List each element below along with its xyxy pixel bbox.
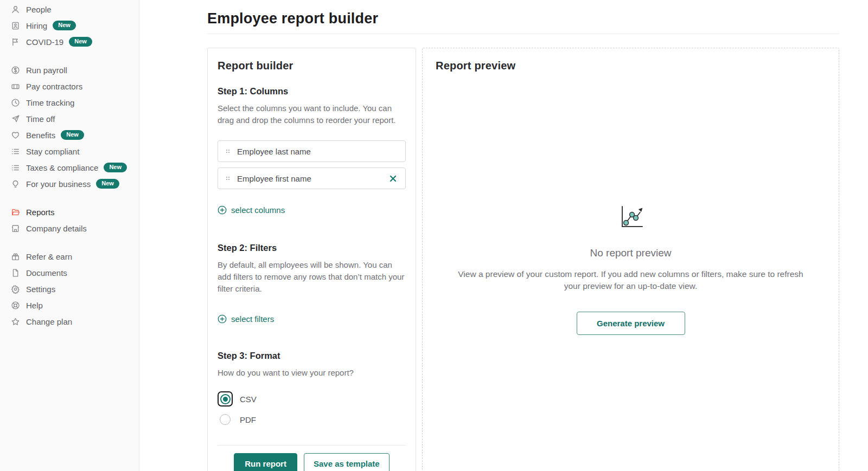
step-2-filters-section: Step 2: Filters By default, all employee… xyxy=(218,217,406,326)
generate-preview-button[interactable]: Generate preview xyxy=(577,312,685,335)
step-3-format-section: Step 3: Format How do you want to view y… xyxy=(218,326,406,432)
new-badge: New xyxy=(61,130,84,140)
format-option-pdf[interactable]: PDF xyxy=(218,411,406,428)
sidebar-item-label: Time off xyxy=(26,114,55,124)
clock-icon xyxy=(11,98,20,107)
sidebar-item-time-tracking[interactable]: Time tracking xyxy=(0,94,139,111)
report-builder-title: Report builder xyxy=(218,59,406,72)
sidebar-group-people: People Hiring New COVID-19 New xyxy=(0,1,139,50)
flag-icon xyxy=(11,37,20,47)
sidebar-item-label: Taxes & compliance xyxy=(26,163,98,172)
sidebar-item-pay-contractors[interactable]: Pay contractors xyxy=(0,78,139,94)
star-icon xyxy=(11,317,20,326)
no-preview-heading: No report preview xyxy=(436,247,826,260)
sidebar-item-label: Benefits xyxy=(26,131,55,140)
format-question: How do you want to view your report? xyxy=(218,367,406,379)
column-pill-employee-first-name[interactable]: Employee first name xyxy=(218,167,406,189)
list-icon xyxy=(11,147,20,156)
sidebar-item-label: Run payroll xyxy=(26,66,67,75)
radio-unselected-icon[interactable] xyxy=(220,414,231,425)
format-option-csv[interactable]: CSV xyxy=(218,391,406,407)
sidebar-item-label: People xyxy=(26,5,52,14)
help-icon xyxy=(11,301,20,310)
column-pill-label: Employee last name xyxy=(237,147,311,156)
step-3-heading: Step 3: Format xyxy=(218,350,406,362)
report-builder-card: Report builder Step 1: Columns Select th… xyxy=(207,48,416,471)
dollar-circle-icon xyxy=(11,66,20,75)
sidebar-item-reports[interactable]: Reports xyxy=(0,204,139,220)
drag-handle-icon[interactable] xyxy=(226,175,230,182)
sidebar-item-label: Company details xyxy=(26,224,87,233)
sidebar-group-payroll: Run payroll Pay contractors Time trackin… xyxy=(0,62,139,192)
sidebar-item-documents[interactable]: Documents xyxy=(0,264,139,281)
drag-handle-icon[interactable] xyxy=(226,148,230,154)
sidebar-item-for-your-business[interactable]: For your business New xyxy=(0,176,139,192)
sidebar-item-time-off[interactable]: Time off xyxy=(0,111,139,127)
sidebar-item-covid-19[interactable]: COVID-19 New xyxy=(0,34,139,50)
page-title: Employee report builder xyxy=(207,10,839,27)
wallet-icon xyxy=(11,82,20,91)
sidebar-group-account: Refer & earn Documents Settings Help Cha… xyxy=(0,248,139,330)
sidebar-item-label: Time tracking xyxy=(26,98,74,107)
people-icon xyxy=(11,5,20,14)
airplane-icon xyxy=(11,114,20,124)
sidebar-item-label: Refer & earn xyxy=(26,252,72,261)
list-icon xyxy=(11,163,20,172)
sidebar-item-label: Pay contractors xyxy=(26,82,82,91)
sidebar-item-label: Settings xyxy=(26,285,55,294)
select-filters-link[interactable]: select filters xyxy=(218,314,274,324)
lightbulb-icon xyxy=(11,179,20,189)
new-badge: New xyxy=(53,21,76,30)
sidebar-item-help[interactable]: Help xyxy=(0,297,139,313)
sidebar-item-people[interactable]: People xyxy=(0,1,139,17)
sidebar-item-company-details[interactable]: Company details xyxy=(0,220,139,236)
radio-selected-icon[interactable] xyxy=(218,391,233,407)
new-badge: New xyxy=(96,179,119,189)
sidebar-item-label: COVID-19 xyxy=(26,37,63,47)
sidebar-item-label: Help xyxy=(26,301,43,310)
sidebar-item-settings[interactable]: Settings xyxy=(0,281,139,297)
sidebar-item-hiring[interactable]: Hiring New xyxy=(0,17,139,34)
run-report-button[interactable]: Run report xyxy=(234,453,297,471)
select-columns-link[interactable]: select columns xyxy=(218,205,285,215)
gift-icon xyxy=(11,252,20,261)
gear-icon xyxy=(11,285,20,294)
sidebar-item-label: Stay compliant xyxy=(26,147,79,156)
report-preview-card: Report preview No report preview View a … xyxy=(422,48,839,471)
report-preview-title: Report preview xyxy=(436,59,826,72)
remove-column-button[interactable] xyxy=(388,174,398,183)
heart-icon xyxy=(11,131,20,140)
builder-footer: Run report Save as template xyxy=(218,445,406,471)
select-columns-label: select columns xyxy=(231,205,285,215)
sidebar-item-label: Documents xyxy=(26,268,67,278)
sidebar-item-taxes-compliance[interactable]: Taxes & compliance New xyxy=(0,159,139,176)
new-badge: New xyxy=(69,37,92,47)
line-chart-icon xyxy=(617,204,645,231)
sidebar-item-label: Hiring xyxy=(26,21,47,30)
circled-plus-icon xyxy=(218,314,227,324)
sidebar-item-label: For your business xyxy=(26,179,91,189)
sidebar-item-benefits[interactable]: Benefits New xyxy=(0,127,139,143)
step-2-description: By default, all employees will be shown.… xyxy=(218,259,406,295)
new-badge: New xyxy=(104,163,127,172)
sidebar-item-label: Change plan xyxy=(26,317,72,326)
id-badge-icon xyxy=(11,21,20,30)
format-radio-group: CSV PDF xyxy=(218,391,406,428)
save-as-template-button[interactable]: Save as template xyxy=(304,453,390,471)
empty-preview-state: No report preview View a preview of your… xyxy=(436,76,826,335)
select-filters-label: select filters xyxy=(231,314,274,324)
sidebar-item-run-payroll[interactable]: Run payroll xyxy=(0,62,139,78)
format-option-label: CSV xyxy=(240,395,257,404)
step-2-heading: Step 2: Filters xyxy=(218,242,406,254)
sidebar-item-refer-earn[interactable]: Refer & earn xyxy=(0,248,139,264)
sidebar-item-label: Reports xyxy=(26,208,55,217)
folder-icon xyxy=(11,208,20,217)
column-pill-employee-last-name[interactable]: Employee last name xyxy=(218,140,406,162)
step-1-description: Select the columns you want to include. … xyxy=(218,102,406,126)
title-divider xyxy=(207,34,839,34)
step-1-heading: Step 1: Columns xyxy=(218,85,406,97)
main-content: Employee report builder Report builder S… xyxy=(139,0,868,471)
sidebar-item-stay-compliant[interactable]: Stay compliant xyxy=(0,143,139,159)
step-1-columns-section: Step 1: Columns Select the columns you w… xyxy=(218,76,406,217)
sidebar-item-change-plan[interactable]: Change plan xyxy=(0,313,139,330)
